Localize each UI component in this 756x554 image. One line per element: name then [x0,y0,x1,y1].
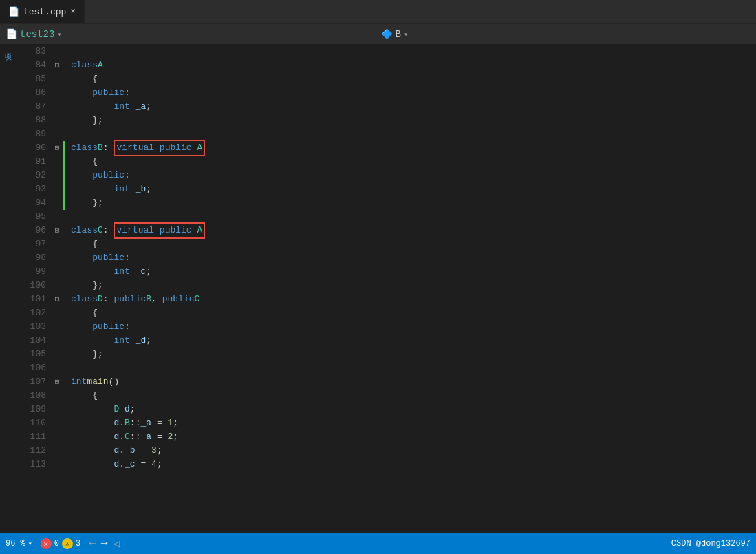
code-line[interactable]: int _d; [71,334,756,348]
fold-indicator [52,251,63,265]
code-line[interactable]: class A [71,58,756,72]
status-brand: CSDN @dong132697 [671,539,750,548]
code-line[interactable]: public: [71,251,756,265]
line-number: 103 [14,320,46,334]
code-line[interactable]: { [71,389,756,403]
code-line[interactable]: public: [71,86,756,100]
fold-indicator [52,265,63,279]
nav-back-arrow[interactable]: ← [89,537,96,550]
fold-indicator [52,237,63,251]
code-line[interactable]: int main() [71,375,756,389]
breadcrumb-file[interactable]: 📄 test23 ▾ [6,28,376,40]
line-number: 88 [14,114,46,127]
code-line[interactable]: int _b; [71,182,756,196]
code-line[interactable]: { [71,72,756,86]
fold-indicator [52,389,63,403]
warning-icon: ⚠ [62,538,73,549]
tab-bar: 📄 test.cpp × [0,0,756,24]
code-line[interactable] [71,127,756,141]
line-number: 97 [14,237,46,251]
line-number: 84 [14,58,46,72]
code-line[interactable]: public: [71,320,756,334]
fold-indicator [52,444,63,458]
breadcrumb-bar: 📄 test23 ▾ 🔷 B ▾ [0,24,756,45]
line-number: 113 [14,458,46,471]
line-number: 90 [14,141,46,155]
breadcrumb-filename: test23 [20,29,54,40]
code-line[interactable]: d._c = 4; [71,458,756,471]
fold-gutter[interactable]: ⊟⊟⊟⊟⊟ [52,45,63,533]
line-number: 98 [14,251,46,265]
fold-indicator[interactable]: ⊟ [52,141,63,155]
fold-indicator[interactable]: ⊟ [52,224,63,237]
line-numbers: 8384858687888990919293949596979899100101… [14,45,52,533]
status-zoom[interactable]: 96 % ▾ [6,539,32,548]
fold-indicator [52,320,63,334]
code-line[interactable]: int _c; [71,265,756,279]
code-line[interactable]: D d; [71,403,756,416]
warning-count: 3 [76,539,80,548]
fold-indicator [52,458,63,471]
breadcrumb-symbol[interactable]: 🔷 B ▾ [381,28,751,40]
line-number: 107 [14,375,46,389]
code-line[interactable]: { [71,306,756,320]
fold-indicator [52,100,63,114]
code-line[interactable]: d.B::_a = 1; [71,416,756,430]
file-icon: 📄 [6,28,17,40]
code-line[interactable]: class D : public B, public C [71,292,756,306]
status-errors: ✕ 0 ⚠ 3 [41,538,80,549]
status-bar: 96 % ▾ ✕ 0 ⚠ 3 ← → ◁ CSDN @dong132697 [0,533,756,554]
breadcrumb-symbol-arrow: ▾ [404,30,408,39]
line-number: 105 [14,348,46,361]
fold-indicator [52,155,63,169]
editor-container: 项 83848586878889909192939495969798991001… [0,45,756,533]
code-line[interactable]: { [71,155,756,169]
code-area[interactable]: class A { public: int _a; }; class B : v… [65,45,756,533]
code-line[interactable] [71,45,756,58]
nav-scroll-arrow[interactable]: ◁ [113,537,120,551]
code-line[interactable] [71,361,756,375]
line-number: 100 [14,279,46,292]
fold-indicator [52,334,63,348]
code-line[interactable] [71,210,756,224]
code-line[interactable]: int _a; [71,100,756,114]
line-number: 111 [14,430,46,444]
code-line[interactable]: class B : virtual public A [71,141,756,155]
fold-indicator[interactable]: ⊟ [52,375,63,389]
fold-indicator [52,279,63,292]
line-number: 99 [14,265,46,279]
tab-testcpp[interactable]: 📄 test.cpp × [0,0,85,23]
fold-indicator [52,348,63,361]
line-number: 91 [14,155,46,169]
line-number: 112 [14,444,46,458]
nav-forward-arrow[interactable]: → [101,537,108,550]
code-line[interactable]: }; [71,196,756,210]
symbol-icon: 🔷 [381,28,393,40]
fold-indicator [52,416,63,430]
code-line[interactable]: d.C::_a = 2; [71,430,756,444]
navigation-arrows: ← → ◁ [89,537,120,551]
code-line[interactable]: public: [71,169,756,182]
line-number: 106 [14,361,46,375]
fold-indicator [52,306,63,320]
fold-indicator [52,86,63,100]
line-number: 108 [14,389,46,403]
tab-close-button[interactable]: × [70,7,75,17]
line-number: 102 [14,306,46,320]
code-line[interactable]: }; [71,279,756,292]
brand-text: CSDN @dong132697 [671,539,750,548]
fold-indicator [52,196,63,210]
code-line[interactable]: d._b = 3; [71,444,756,458]
code-line[interactable]: }; [71,114,756,127]
line-number: 101 [14,292,46,306]
fold-indicator [52,114,63,127]
line-number: 85 [14,72,46,86]
code-line[interactable]: class C : virtual public A [71,224,756,237]
fold-indicator [52,182,63,196]
line-number: 109 [14,403,46,416]
code-line[interactable]: }; [71,348,756,361]
fold-indicator [52,127,63,141]
code-line[interactable]: { [71,237,756,251]
fold-indicator[interactable]: ⊟ [52,292,63,306]
fold-indicator[interactable]: ⊟ [52,58,63,72]
